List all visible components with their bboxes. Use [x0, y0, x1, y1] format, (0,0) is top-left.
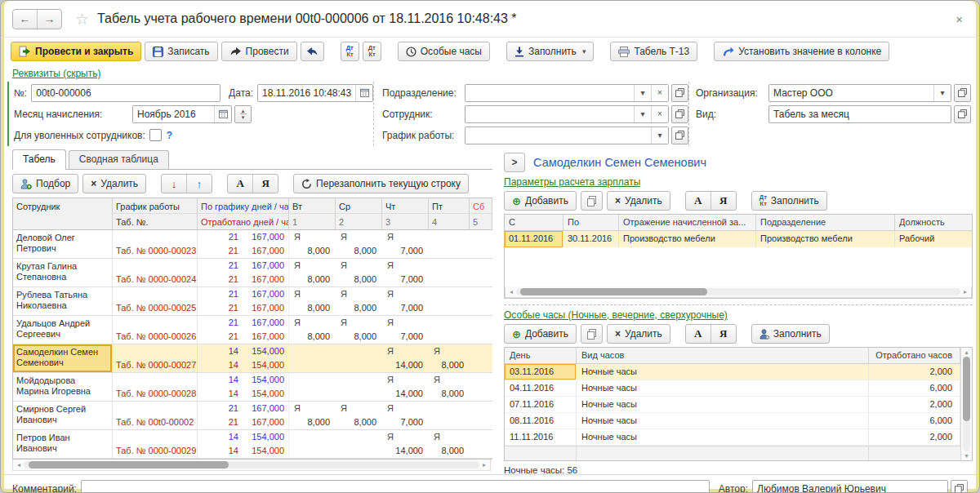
day-hours-cell[interactable]: [470, 301, 492, 315]
day-code-cell[interactable]: Я: [382, 430, 429, 444]
sort-desc-button[interactable]: Я: [710, 192, 736, 210]
params-hscrollbar[interactable]: ◂ ▸: [505, 286, 972, 298]
fact-cell[interactable]: 14154,000: [198, 387, 289, 401]
special-row[interactable]: 03.11.2016Ночные часы2,000: [505, 364, 960, 380]
params-row[interactable]: 01.11.201630.11.2016Производство мебелиП…: [505, 231, 972, 247]
scroll-thumb[interactable]: [520, 288, 706, 295]
day-code-cell[interactable]: [470, 402, 492, 415]
fact-cell[interactable]: 21167,000: [198, 415, 289, 429]
special-row[interactable]: 11.11.2016Ночные часы2,000: [505, 429, 960, 446]
fact-cell[interactable]: 21167,000: [198, 301, 289, 315]
dismissed-checkbox[interactable]: [149, 129, 162, 141]
day-hours-cell[interactable]: [429, 301, 470, 315]
day-code-cell[interactable]: Я: [382, 230, 429, 244]
params-copy-button[interactable]: [581, 191, 603, 211]
tab-number-cell[interactable]: Таб. № 0000-00023: [113, 244, 198, 258]
dropdown-arrow-icon[interactable]: ▾: [933, 85, 951, 101]
special-fill-button[interactable]: Заполнить: [751, 324, 830, 344]
fill-menu-button[interactable]: Заполнить ▾: [506, 42, 594, 61]
tab-number-cell[interactable]: Таб. № 0000-00024: [113, 273, 198, 286]
params-delete-button[interactable]: × Удалить: [607, 191, 670, 211]
employee-name-cell[interactable]: Деловой Олег Петрович: [13, 230, 113, 258]
scroll-down-icon[interactable]: ▾: [963, 452, 971, 460]
tab-number-cell[interactable]: Таб. № 0000-00027: [113, 358, 198, 372]
plan-cell[interactable]: 14154,000: [198, 373, 289, 387]
special-cell[interactable]: Ночные часы: [577, 364, 869, 380]
move-up-button[interactable]: ↑: [186, 175, 212, 193]
day-code-cell[interactable]: Я: [429, 430, 470, 444]
employee-name-cell[interactable]: Мойдодырова Марина Игоревна: [13, 373, 113, 401]
sort-asc-button[interactable]: А: [228, 175, 252, 193]
day-code-cell[interactable]: Я: [289, 316, 336, 330]
schedule-combo[interactable]: ▾: [465, 127, 669, 144]
day-hours-cell[interactable]: [470, 244, 492, 258]
date-calendar-button[interactable]: [355, 85, 372, 101]
author-open-button[interactable]: [951, 480, 968, 493]
set-column-value-button[interactable]: Установить значение в колонке: [714, 42, 889, 61]
special-cell[interactable]: 08.11.2016: [505, 413, 577, 429]
dropdown-arrow-icon[interactable]: ▾: [634, 106, 651, 122]
day-hours-cell[interactable]: 7,000: [382, 301, 429, 315]
day-code-cell[interactable]: [470, 344, 492, 358]
params-fill-button[interactable]: ДтКт Заполнить: [751, 191, 827, 211]
schedule-cell[interactable]: [113, 259, 198, 273]
day-hours-cell[interactable]: 8,000: [336, 415, 382, 429]
day-hours-cell[interactable]: 8,000: [289, 301, 336, 315]
clear-icon[interactable]: ×: [651, 106, 668, 122]
special-add-button[interactable]: ⊕ Добавить: [504, 324, 577, 344]
tab-number-cell[interactable]: Таб. № 0000-00029: [113, 444, 198, 458]
day-hours-cell[interactable]: 7,000: [382, 330, 429, 344]
kind-input[interactable]: Табель за месяц: [768, 105, 951, 123]
schedule-cell[interactable]: [113, 230, 198, 244]
special-hours-button[interactable]: Особые часы: [398, 42, 490, 61]
author-input[interactable]: Любимов Валерий Юрьевич: [752, 480, 948, 493]
dtkt-secondary-button[interactable]: ДтКт: [363, 42, 381, 61]
day-hours-cell[interactable]: [429, 244, 470, 258]
day-code-cell[interactable]: [470, 430, 492, 444]
delete-row-button[interactable]: × Удалить: [82, 174, 146, 193]
plan-cell[interactable]: 21167,000: [198, 287, 289, 301]
day-hours-cell[interactable]: 8,000: [429, 387, 470, 401]
schedule-cell[interactable]: [113, 287, 198, 301]
fact-cell[interactable]: 21167,000: [198, 244, 289, 258]
special-row[interactable]: 08.11.2016Ночные часы6,000: [505, 413, 960, 429]
special-delete-button[interactable]: × Удалить: [607, 324, 670, 344]
plan-cell[interactable]: 14154,000: [198, 430, 289, 444]
special-cell[interactable]: Ночные часы: [577, 397, 869, 412]
special-cell[interactable]: Ночные часы: [577, 413, 869, 429]
day-code-cell[interactable]: Я: [429, 344, 470, 358]
special-cell[interactable]: 2,000: [869, 429, 960, 445]
special-cell[interactable]: 11.11.2016: [505, 429, 577, 445]
day-code-cell[interactable]: [429, 259, 470, 273]
forward-button[interactable]: →: [37, 10, 61, 29]
tab-number-cell[interactable]: Таб. № 00t0-00002: [113, 415, 198, 429]
undo-button[interactable]: [301, 42, 324, 61]
day-code-cell[interactable]: [289, 430, 336, 444]
day-hours-cell[interactable]: [289, 387, 336, 401]
organization-open-button[interactable]: [954, 84, 971, 102]
params-add-button[interactable]: ⊕ Добавить: [504, 191, 577, 211]
special-copy-button[interactable]: [581, 324, 603, 344]
fact-cell[interactable]: 14154,000: [198, 444, 289, 458]
post-and-close-button[interactable]: Провести и закрыть: [11, 42, 141, 61]
timesheet-row[interactable]: Мойдодырова Марина ИгоревнаТаб. № 0000-0…: [13, 373, 492, 402]
dtkt-toggle-button[interactable]: ДтКт: [341, 42, 359, 61]
date-input[interactable]: 18.11.2016 10:48:43: [257, 84, 373, 102]
day-hours-cell[interactable]: 8,000: [336, 301, 382, 315]
t13-print-button[interactable]: Табель Т-13: [610, 42, 697, 61]
kind-open-button[interactable]: [954, 105, 971, 123]
day-hours-cell[interactable]: 8,000: [289, 244, 336, 258]
sort-asc-button[interactable]: А: [686, 325, 710, 343]
day-code-cell[interactable]: [336, 373, 382, 387]
day-code-cell[interactable]: [289, 344, 336, 358]
day-code-cell[interactable]: Я: [289, 259, 336, 273]
day-hours-cell[interactable]: 7,000: [382, 273, 429, 286]
dropdown-arrow-icon[interactable]: ▾: [651, 127, 668, 144]
plan-cell[interactable]: 14154,000: [198, 344, 289, 358]
collapse-panel-button[interactable]: >: [504, 153, 525, 172]
day-code-cell[interactable]: Я: [429, 373, 470, 387]
day-hours-cell[interactable]: 14,000: [382, 358, 429, 372]
sort-desc-button[interactable]: Я: [252, 175, 278, 193]
month-calendar-button[interactable]: [214, 106, 231, 122]
params-cell[interactable]: 30.11.2016: [564, 231, 619, 247]
